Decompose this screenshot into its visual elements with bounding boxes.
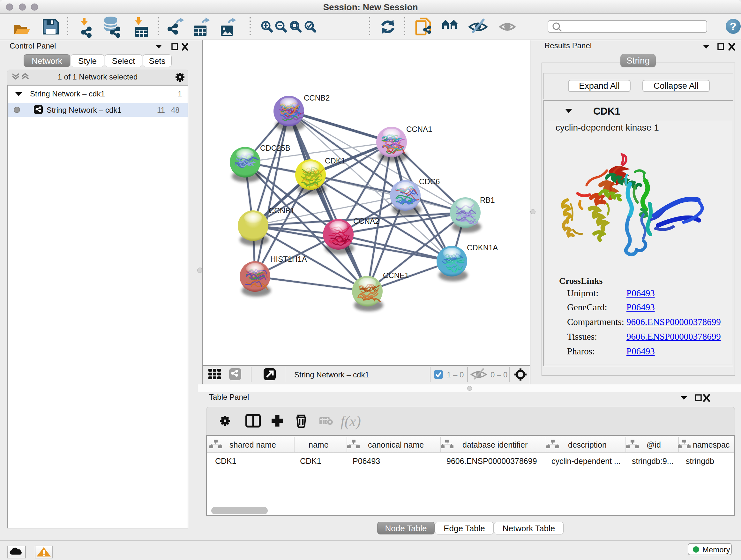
svg-text:stringdb:9...: stringdb:9... [632,456,674,465]
svg-text:String Network – cdk1: String Network – cdk1 [294,370,369,379]
svg-text:cyclin-dependent ...: cyclin-dependent ... [551,456,621,465]
svg-text:f(x): f(x) [340,413,361,429]
svg-text:namespac: namespac [693,440,730,449]
svg-text:CCNB2: CCNB2 [304,94,330,102]
svg-text:9606.ENSP00000378699: 9606.ENSP00000378699 [447,456,537,465]
svg-text:database identifier: database identifier [462,440,528,449]
svg-text:canonical name: canonical name [368,440,424,449]
svg-text:stringdb: stringdb [686,456,714,465]
svg-text:CCNA1: CCNA1 [406,125,432,133]
svg-text:CDK1: CDK1 [325,157,345,165]
svg-text:CDKN1A: CDKN1A [467,243,498,252]
svg-text:0 – 0: 0 – 0 [490,370,508,379]
svg-text:@id: @id [647,440,661,449]
svg-text:shared name: shared name [229,440,276,449]
svg-text:CDK1: CDK1 [300,456,321,465]
svg-text:CCNB1: CCNB1 [269,206,294,215]
svg-text:HIST1H1A: HIST1H1A [270,255,307,263]
svg-text:CDC25B: CDC25B [260,144,290,152]
svg-text:CDC6: CDC6 [419,177,440,186]
svg-text:CCNA2: CCNA2 [353,217,379,226]
svg-text:description: description [568,440,607,449]
svg-text:P06493: P06493 [353,456,380,465]
svg-text:RB1: RB1 [480,196,495,204]
svg-text:CDK1: CDK1 [215,456,237,465]
svg-text:CCNE1: CCNE1 [383,271,409,280]
svg-text:name: name [309,440,329,449]
svg-text:1 – 0: 1 – 0 [447,370,464,379]
